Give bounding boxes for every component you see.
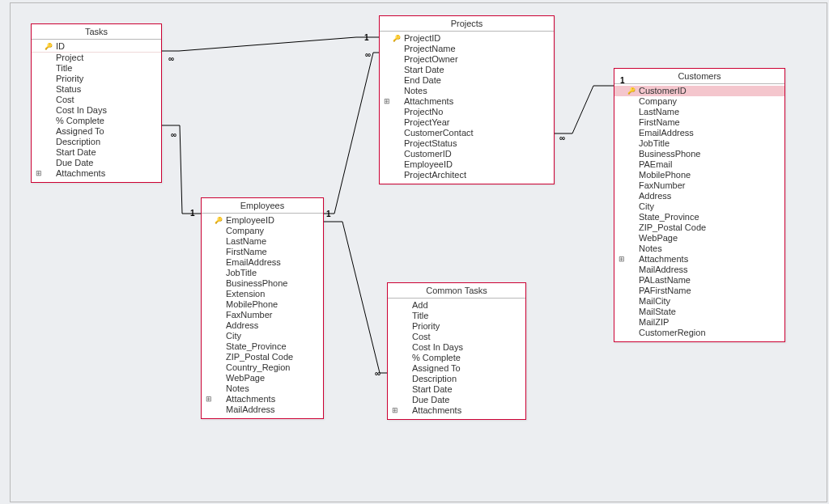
field-row[interactable]: Notes	[202, 383, 323, 394]
field-row[interactable]: Description	[388, 374, 525, 384]
table-customers[interactable]: Customers🔑CustomerIDCompanyLastNameFirst…	[614, 68, 785, 342]
relationship-line[interactable]	[322, 53, 379, 214]
field-row[interactable]: Assigned To	[32, 126, 161, 137]
field-row[interactable]: Address	[614, 191, 784, 201]
field-row[interactable]: ProjectNo	[380, 107, 554, 117]
field-row[interactable]: Due Date	[32, 158, 161, 168]
field-row[interactable]: ⊞Attachments	[380, 96, 554, 107]
field-row[interactable]: Priority	[32, 74, 161, 84]
table-projects[interactable]: Projects🔑ProjectIDProjectNameProjectOwne…	[379, 15, 555, 184]
field-row[interactable]: 🔑CustomerID	[614, 86, 784, 96]
field-row[interactable]: Assigned To	[388, 363, 525, 374]
field-row[interactable]: EmployeeID	[380, 159, 554, 170]
field-row[interactable]: FaxNumber	[614, 180, 784, 191]
field-row[interactable]: MailState	[614, 307, 784, 317]
table-commonTasks[interactable]: Common TasksAddTitlePriorityCostCost In …	[387, 282, 526, 420]
field-row[interactable]: ZIP_Postal Code	[202, 352, 323, 362]
expand-icon[interactable]: ⊞	[35, 168, 43, 179]
relationship-canvas[interactable]: Tasks🔑IDProjectTitlePriorityStatusCostCo…	[10, 2, 827, 502]
field-row[interactable]: MailCity	[614, 296, 784, 307]
relationship-line[interactable]	[322, 222, 387, 373]
field-row[interactable]: State_Province	[202, 341, 323, 352]
field-row[interactable]: End Date	[380, 75, 554, 86]
field-row[interactable]: Cost In Days	[388, 342, 525, 353]
field-row[interactable]: Notes	[380, 86, 554, 96]
table-header[interactable]: Employees	[202, 198, 323, 214]
field-row[interactable]: Cost	[32, 95, 161, 105]
field-row[interactable]: Start Date	[388, 384, 525, 395]
field-row[interactable]: Cost	[388, 332, 525, 342]
field-row[interactable]: % Complete	[32, 116, 161, 126]
field-row[interactable]: ⊞Attachments	[614, 254, 784, 265]
relationship-line[interactable]	[160, 37, 379, 51]
field-row[interactable]: Due Date	[388, 395, 525, 405]
table-header[interactable]: Customers	[614, 69, 784, 84]
expand-icon[interactable]: ⊞	[205, 394, 213, 404]
field-row[interactable]: WebPage	[202, 373, 323, 383]
field-row[interactable]: 🔑ID	[32, 41, 161, 53]
field-row[interactable]: State_Province	[614, 212, 784, 222]
field-row[interactable]: PALastName	[614, 275, 784, 286]
field-row[interactable]: WebPage	[614, 233, 784, 244]
field-row[interactable]: CustomerID	[380, 149, 554, 159]
field-row[interactable]: ProjectArchitect	[380, 170, 554, 180]
expand-icon[interactable]: ⊞	[618, 254, 626, 265]
field-row[interactable]: Extension	[202, 289, 323, 299]
field-row[interactable]: Country_Region	[202, 362, 323, 373]
field-row[interactable]: % Complete	[388, 353, 525, 363]
field-row[interactable]: JobTitle	[614, 138, 784, 149]
field-row[interactable]: ⊞Attachments	[32, 168, 161, 179]
field-row[interactable]: Company	[614, 96, 784, 107]
field-row[interactable]: MobilePhone	[202, 299, 323, 310]
field-row[interactable]: MobilePhone	[614, 170, 784, 180]
field-row[interactable]: FirstName	[614, 117, 784, 128]
field-row[interactable]: City	[614, 201, 784, 212]
field-row[interactable]: LastName	[202, 236, 323, 247]
field-row[interactable]: EmailAddress	[614, 128, 784, 138]
field-row[interactable]: Start Date	[32, 147, 161, 158]
field-row[interactable]: BusinessPhone	[202, 278, 323, 289]
field-row[interactable]: MailAddress	[614, 265, 784, 275]
field-row[interactable]: 🔑ProjectID	[380, 33, 554, 44]
table-tasks[interactable]: Tasks🔑IDProjectTitlePriorityStatusCostCo…	[31, 23, 162, 183]
field-row[interactable]: PAFirstName	[614, 286, 784, 296]
field-row[interactable]: FaxNumber	[202, 310, 323, 320]
field-row[interactable]: JobTitle	[202, 268, 323, 278]
field-row[interactable]: PAEmail	[614, 159, 784, 170]
field-row[interactable]: LastName	[614, 107, 784, 117]
field-row[interactable]: Address	[202, 320, 323, 331]
field-row[interactable]: Cost In Days	[32, 105, 161, 116]
field-row[interactable]: MailAddress	[202, 404, 323, 415]
table-header[interactable]: Tasks	[32, 24, 161, 40]
field-row[interactable]: Title	[388, 311, 525, 321]
table-header[interactable]: Common Tasks	[388, 283, 525, 299]
field-row[interactable]: FirstName	[202, 247, 323, 257]
field-row[interactable]: CustomerContact	[380, 128, 554, 138]
expand-icon[interactable]: ⊞	[391, 405, 399, 416]
table-employees[interactable]: Employees🔑EmployeeIDCompanyLastNameFirst…	[201, 197, 324, 419]
table-header[interactable]: Projects	[380, 16, 554, 32]
field-row[interactable]: Title	[32, 63, 161, 74]
field-row[interactable]: Add	[388, 300, 525, 311]
field-row[interactable]: Description	[32, 137, 161, 147]
field-row[interactable]: ⊞Attachments	[202, 394, 323, 404]
field-row[interactable]: Company	[202, 226, 323, 236]
field-row[interactable]: ⊞Attachments	[388, 405, 525, 416]
field-row[interactable]: City	[202, 331, 323, 341]
field-row[interactable]: ProjectYear	[380, 117, 554, 128]
field-row[interactable]: ProjectStatus	[380, 138, 554, 149]
field-row[interactable]: ProjectOwner	[380, 54, 554, 65]
field-row[interactable]: ProjectName	[380, 44, 554, 54]
field-row[interactable]: EmailAddress	[202, 257, 323, 268]
field-row[interactable]: CustomerRegion	[614, 328, 784, 338]
field-row[interactable]: Notes	[614, 244, 784, 254]
field-row[interactable]: Project	[32, 53, 161, 63]
field-row[interactable]: ZIP_Postal Code	[614, 222, 784, 233]
field-row[interactable]: Priority	[388, 321, 525, 332]
field-row[interactable]: BusinessPhone	[614, 149, 784, 159]
relationship-line[interactable]	[160, 125, 201, 214]
field-row[interactable]: Start Date	[380, 65, 554, 75]
expand-icon[interactable]: ⊞	[383, 96, 391, 107]
field-row[interactable]: MailZIP	[614, 317, 784, 328]
relationship-line[interactable]	[553, 86, 614, 133]
